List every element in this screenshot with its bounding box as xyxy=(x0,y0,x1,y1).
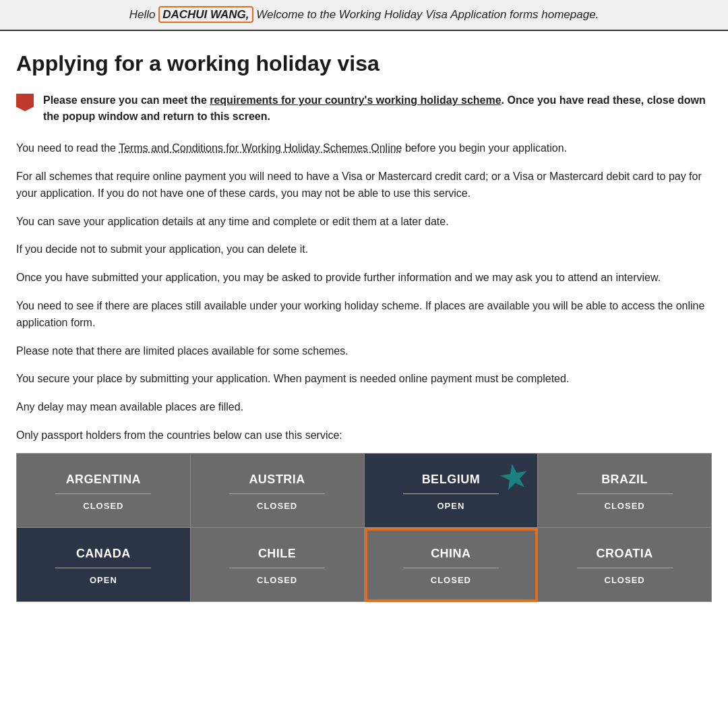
greeting-suffix: Welcome to the Working Holiday Visa Appl… xyxy=(253,8,599,21)
paragraph-3: You can save your application details at… xyxy=(16,213,712,231)
country-cell-brazil[interactable]: BRAZILCLOSED xyxy=(538,454,712,528)
country-name-argentina: ARGENTINA xyxy=(66,473,142,487)
alert-prefix: Please ensure you can meet the xyxy=(43,94,210,106)
paragraph-9: Any delay may mean available places are … xyxy=(16,398,712,416)
country-divider xyxy=(403,493,499,494)
country-name-croatia: CROATIA xyxy=(597,547,653,561)
country-name-austria: AUSTRIA xyxy=(249,473,305,487)
star-icon: ★ xyxy=(496,456,533,496)
country-name-chile: CHILE xyxy=(258,547,297,561)
country-divider xyxy=(577,493,673,494)
main-content: Applying for a working holiday visa Plea… xyxy=(0,31,728,629)
terms-link[interactable]: Terms and Conditions for Working Holiday… xyxy=(119,142,402,154)
country-status-brazil: CLOSED xyxy=(605,501,645,511)
username: DACHUI WANG, xyxy=(158,6,253,23)
paragraph-1: You need to read the Terms and Condition… xyxy=(16,140,712,157)
paragraph-4: If you decide not to submit your applica… xyxy=(16,241,712,258)
country-status-canada: OPEN xyxy=(90,575,117,585)
country-status-argentina: CLOSED xyxy=(83,501,123,511)
country-name-china: CHINA xyxy=(431,547,471,561)
country-status-chile: CLOSED xyxy=(257,575,297,585)
country-status-austria: CLOSED xyxy=(257,501,297,511)
top-bar: Hello DACHUI WANG, Welcome to the Workin… xyxy=(0,0,728,31)
alert-box: Please ensure you can meet the requireme… xyxy=(16,92,712,125)
country-name-canada: CANADA xyxy=(76,547,131,561)
country-name-brazil: BRAZIL xyxy=(601,473,648,487)
country-status-belgium: OPEN xyxy=(437,501,464,511)
country-name-belgium: BELGIUM xyxy=(422,473,481,487)
paragraph-5: Once you have submitted your application… xyxy=(16,269,712,286)
p1-prefix: You need to read the xyxy=(16,142,119,154)
greeting-prefix: Hello xyxy=(129,8,158,21)
country-cell-chile[interactable]: CHILECLOSED xyxy=(191,528,365,602)
paragraph-2: For all schemes that require online paym… xyxy=(16,168,712,202)
paragraph-7: Please note that there are limited place… xyxy=(16,342,712,360)
country-cell-canada[interactable]: CANADAOPEN xyxy=(17,528,191,602)
country-cell-argentina[interactable]: ARGENTINACLOSED xyxy=(17,454,191,528)
country-cell-croatia[interactable]: CROATIACLOSED xyxy=(538,528,712,602)
paragraph-10: Only passport holders from the countries… xyxy=(16,427,712,444)
country-divider xyxy=(229,493,325,494)
country-cell-belgium[interactable]: BELGIUMOPEN★ xyxy=(365,454,539,528)
alert-icon xyxy=(16,94,34,111)
page-title: Applying for a working holiday visa xyxy=(16,51,712,76)
countries-grid: ARGENTINACLOSEDAUSTRIACLOSEDBELGIUMOPEN★… xyxy=(16,453,712,602)
paragraph-8: You secure your place by submitting your… xyxy=(16,370,712,388)
country-cell-austria[interactable]: AUSTRIACLOSED xyxy=(191,454,365,528)
alert-text: Please ensure you can meet the requireme… xyxy=(43,92,712,125)
country-status-china: CLOSED xyxy=(431,575,471,585)
p1-suffix: before you begin your application. xyxy=(402,142,567,154)
country-divider xyxy=(577,568,673,568)
paragraph-6: You need to see if there are places stil… xyxy=(16,297,712,332)
country-divider xyxy=(403,568,499,568)
country-cell-china[interactable]: CHINACLOSED xyxy=(365,528,539,602)
country-status-croatia: CLOSED xyxy=(605,575,645,585)
country-divider xyxy=(55,568,151,568)
requirements-link[interactable]: requirements for your country's working … xyxy=(210,94,501,106)
country-divider xyxy=(55,493,151,494)
country-divider xyxy=(229,568,325,568)
